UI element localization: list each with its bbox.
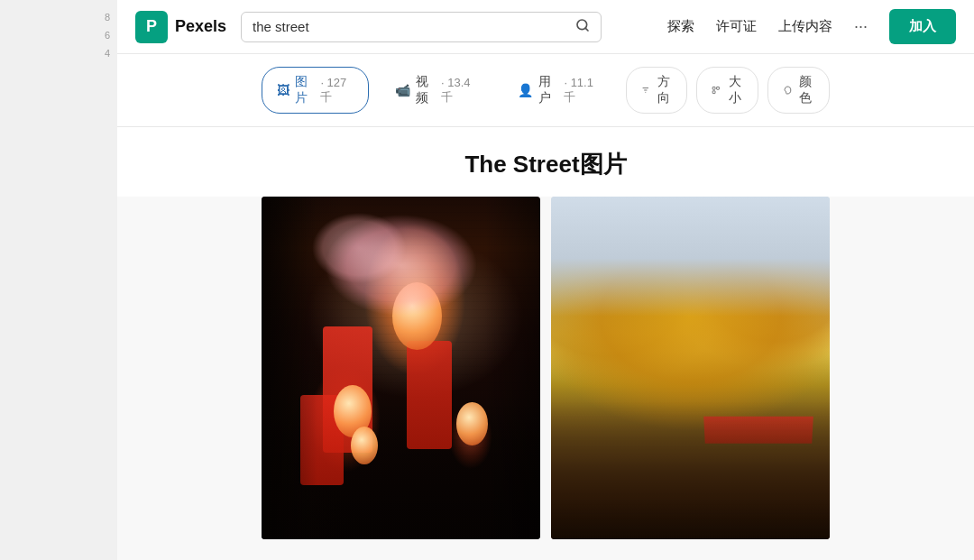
svg-rect-4 [713, 91, 716, 94]
size-filter-button[interactable]: 大小 [696, 67, 758, 114]
image-column-right [551, 197, 830, 539]
images-icon: 🖼 [277, 83, 289, 97]
tab-images-count: · 127 千 [320, 76, 353, 106]
nav-license[interactable]: 许可证 [716, 18, 757, 35]
tab-users-count: · 11.1 千 [564, 76, 599, 106]
tab-videos-count: · 13.4 千 [441, 76, 476, 106]
filter-bar: 🖼 图片 · 127 千 📹 视频 · 13.4 千 👤 用户 · 11.1 千 [117, 54, 974, 127]
line-number-8: 8 [105, 9, 117, 25]
page-title: The Street图片 [117, 149, 974, 180]
tab-videos-label: 视频 [416, 74, 436, 106]
navbar: P Pexels 探索 许可证 上传内容 ··· 加入 [117, 0, 974, 54]
image-card-autumn[interactable] [551, 197, 830, 539]
red-sign-3 [300, 395, 344, 485]
svg-rect-3 [717, 87, 720, 89]
logo-icon: P [135, 11, 168, 43]
tab-images-label: 图片 [295, 74, 315, 106]
color-filter-button[interactable]: 颜色 [767, 67, 830, 114]
image-card-japan[interactable] [262, 197, 540, 539]
autumn-roof [703, 416, 813, 443]
lantern-1 [392, 282, 442, 350]
nav-explore[interactable]: 探索 [667, 18, 694, 35]
lantern-3 [456, 402, 488, 445]
search-bar[interactable] [241, 12, 602, 42]
nav-links: 探索 许可证 上传内容 ··· 加入 [667, 9, 956, 44]
search-button[interactable] [575, 18, 590, 36]
nav-more[interactable]: ··· [854, 17, 868, 36]
line-number-4: 4 [105, 45, 117, 61]
direction-label: 方向 [655, 74, 672, 106]
lantern-2 [334, 385, 372, 437]
user-icon: 👤 [518, 83, 533, 97]
logo-area[interactable]: P Pexels [135, 11, 226, 43]
red-sign-2 [407, 341, 452, 449]
video-icon: 📹 [395, 83, 410, 97]
search-input[interactable] [253, 19, 575, 34]
nav-upload[interactable]: 上传内容 [778, 18, 832, 35]
join-button[interactable]: 加入 [889, 9, 956, 44]
direction-filter-button[interactable]: 方向 [626, 67, 688, 114]
color-label: 颜色 [797, 74, 814, 106]
logo-text: Pexels [175, 17, 226, 36]
red-sign-1 [323, 326, 372, 453]
image-column-left [262, 197, 540, 539]
size-label: 大小 [726, 74, 743, 106]
lantern-4 [351, 427, 378, 464]
filter-right: 方向 大小 颜色 [626, 67, 831, 114]
tab-users-label: 用户 [538, 74, 558, 106]
tab-videos[interactable]: 📹 视频 · 13.4 千 [380, 67, 492, 114]
svg-line-1 [585, 28, 588, 31]
sidebar-numbers: 8 6 4 [0, 0, 117, 560]
autumn-trees-image [551, 197, 830, 539]
line-number-6: 6 [105, 27, 117, 43]
svg-rect-2 [713, 87, 716, 89]
japan-street-image [262, 197, 540, 539]
tab-images[interactable]: 🖼 图片 · 127 千 [262, 67, 369, 114]
tab-users[interactable]: 👤 用户 · 11.1 千 [502, 67, 614, 114]
image-grid [117, 197, 974, 539]
page-title-area: The Street图片 [117, 127, 974, 197]
